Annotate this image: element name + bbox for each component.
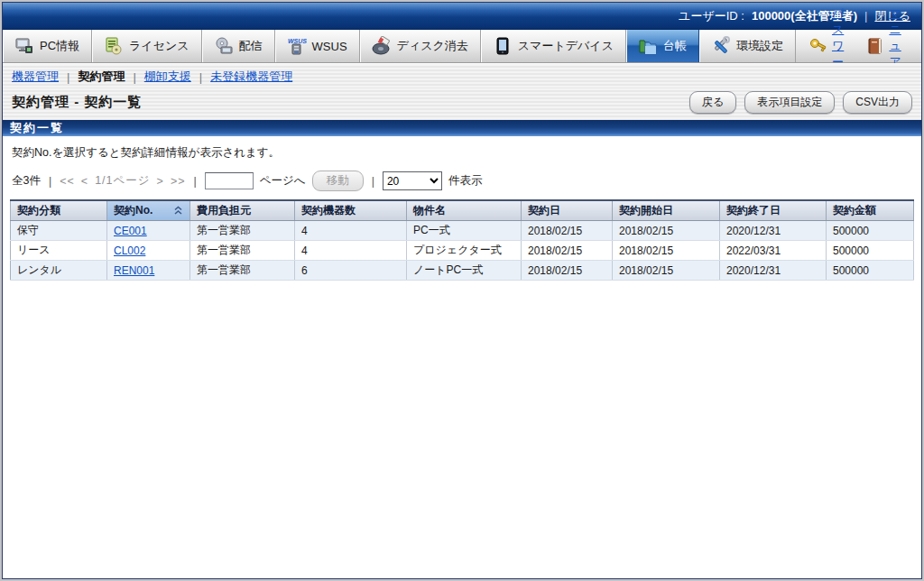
col-header-device-count[interactable]: 契約機器数: [295, 200, 407, 221]
tab-wsus[interactable]: WSUS WSUS: [275, 30, 360, 62]
cell-end-date: 2020/12/31: [720, 261, 827, 281]
disk-erase-icon: [372, 36, 392, 56]
tab-label: ディスク消去: [397, 38, 468, 54]
col-header-contract-date[interactable]: 契約日: [522, 200, 613, 221]
tab-disk-erase[interactable]: ディスク消去: [360, 30, 481, 62]
table-row: リース CL002 第一営業部 4 プロジェクター式 2018/02/15 20…: [11, 241, 914, 261]
cell-item-name: ノートPC一式: [407, 261, 522, 281]
cell-contract-date: 2018/02/15: [522, 241, 613, 261]
tab-pc-info[interactable]: PC情報: [3, 30, 92, 62]
csv-export-button[interactable]: CSV出力: [843, 91, 912, 114]
user-id-label: ユーザーID :: [679, 8, 744, 24]
title-buttons: 戻る 表示項目設定 CSV出力: [689, 91, 912, 114]
subnav-separator: |: [133, 70, 135, 84]
tab-settings[interactable]: 環境設定: [699, 30, 796, 62]
application-window: ユーザーID : 100000(全社管理者) | 閉じる PC情報: [0, 0, 924, 581]
cell-device-count: 4: [295, 241, 407, 261]
pagination-bar: 全3件 | << < 1/1ページ > >> | ページへ 移動 | 20 件表…: [12, 171, 914, 191]
subnav-item-device-management[interactable]: 機器管理: [12, 69, 59, 85]
panel-description: 契約No.を選択すると契約詳細情報が表示されます。: [12, 145, 914, 161]
col-header-end-date[interactable]: 契約終了日: [720, 200, 827, 221]
contract-table: 契約分類 契約No. 費用負担元 契約機器数 物件名 契約日: [10, 199, 914, 281]
subnav-separator: |: [67, 70, 69, 84]
pagination-separator: |: [192, 175, 199, 188]
tab-license[interactable]: ライセンス: [92, 30, 202, 62]
panel-header: 契約一覧: [3, 120, 921, 136]
cell-device-count: 6: [295, 261, 407, 281]
cell-category: レンタル: [11, 261, 107, 281]
col-header-start-date[interactable]: 契約開始日: [613, 200, 720, 221]
tab-label: 配信: [239, 38, 263, 54]
subnav-item-unregistered-devices[interactable]: 未登録機器管理: [210, 69, 292, 85]
tab-label: スマートデバイス: [518, 38, 614, 54]
pc-icon: [14, 36, 34, 56]
contract-no-link[interactable]: CE001: [114, 225, 147, 237]
cell-amount: 500000: [827, 221, 914, 241]
pagination-separator: |: [370, 175, 376, 188]
smart-device-icon: [493, 36, 513, 56]
subnav-item-inventory-support[interactable]: 棚卸支援: [144, 69, 191, 85]
content-area: 契約No.を選択すると契約詳細情報が表示されます。 全3件 | << < 1/1…: [3, 136, 921, 578]
goto-page-label: ページへ: [260, 173, 306, 189]
table-row: レンタル REN001 第一営業部 6 ノートPC一式 2018/02/15 2…: [11, 261, 914, 281]
contract-no-link[interactable]: CL002: [114, 244, 145, 257]
prev-page-button[interactable]: <: [81, 175, 88, 188]
cell-category: リース: [11, 241, 107, 261]
tab-smart-device[interactable]: スマートデバイス: [481, 30, 626, 62]
sub-navigation: 機器管理 | 契約管理 | 棚卸支援 | 未登録機器管理: [3, 63, 921, 88]
cell-contract-no: REN001: [107, 261, 190, 281]
tab-label: ライセンス: [129, 38, 189, 54]
cell-start-date: 2018/02/15: [613, 261, 720, 281]
cell-category: 保守: [11, 221, 107, 241]
table-row: 保守 CE001 第一営業部 4 PC一式 2018/02/15 2018/02…: [11, 221, 914, 241]
toolbar-links: パスワード マニュアル: [796, 30, 921, 62]
cell-cost-department: 第一営業部: [190, 261, 295, 281]
subnav-item-contract-management: 契約管理: [78, 69, 125, 85]
display-settings-button[interactable]: 表示項目設定: [744, 91, 835, 114]
cell-device-count: 4: [295, 221, 407, 241]
page-title: 契約管理 - 契約一覧: [12, 94, 142, 111]
per-page-label: 件表示: [448, 173, 483, 189]
first-page-button[interactable]: <<: [60, 175, 75, 188]
col-header-amount[interactable]: 契約金額: [827, 200, 914, 221]
ledger-icon: [638, 36, 658, 56]
tab-label: PC情報: [40, 38, 79, 54]
cell-contract-no: CE001: [107, 221, 190, 241]
cell-item-name: プロジェクター式: [407, 241, 522, 261]
cell-cost-department: 第一営業部: [190, 241, 295, 261]
col-header-label: 契約No.: [114, 203, 152, 218]
cell-contract-date: 2018/02/15: [522, 221, 613, 241]
cell-cost-department: 第一営業部: [190, 221, 295, 241]
col-header-contract-no[interactable]: 契約No.: [107, 200, 190, 221]
col-header-cost-department[interactable]: 費用負担元: [190, 200, 295, 221]
cell-amount: 500000: [827, 241, 914, 261]
col-header-category[interactable]: 契約分類: [11, 200, 107, 221]
cell-end-date: 2020/12/31: [720, 221, 827, 241]
distribution-icon: [214, 36, 234, 56]
subnav-separator: |: [199, 70, 202, 84]
back-button[interactable]: 戻る: [689, 91, 736, 114]
page-number-input[interactable]: [205, 172, 254, 189]
settings-icon: [711, 36, 731, 56]
svg-text:WSUS: WSUS: [288, 38, 307, 44]
tab-label: 台帳: [663, 38, 687, 54]
sort-asc-icon: [173, 206, 183, 216]
col-header-item-name[interactable]: 物件名: [407, 200, 522, 221]
tab-ledger[interactable]: 台帳: [626, 30, 699, 62]
tab-label: WSUS: [312, 40, 347, 53]
last-page-button[interactable]: >>: [171, 175, 186, 188]
per-page-select[interactable]: 20: [383, 171, 442, 190]
pagination-separator: |: [47, 175, 53, 188]
cell-start-date: 2018/02/15: [613, 221, 720, 241]
next-page-button[interactable]: >: [157, 175, 164, 188]
manual-icon: [865, 36, 885, 56]
move-button[interactable]: 移動: [312, 171, 364, 191]
cell-start-date: 2018/02/15: [613, 241, 720, 261]
cell-amount: 500000: [827, 261, 914, 281]
total-count: 全3件: [12, 173, 41, 189]
top-bar: ユーザーID : 100000(全社管理者) | 閉じる: [3, 3, 921, 30]
contract-no-link[interactable]: REN001: [114, 264, 154, 277]
title-bar: 契約管理 - 契約一覧 戻る 表示項目設定 CSV出力: [3, 88, 921, 120]
tab-distribution[interactable]: 配信: [202, 30, 275, 62]
main-toolbar: PC情報 ライセンス 配信 WSUS: [3, 30, 921, 63]
